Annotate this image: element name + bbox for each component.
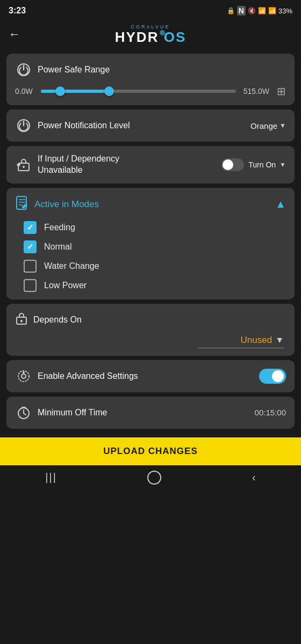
mode-water-change: Water Change (24, 260, 286, 273)
signal-icon: 📶 (268, 7, 276, 14)
dependency-toggle-wrap: Turn On ▼ (221, 158, 286, 171)
dependency-left: If Input / Dependency Unavailable (15, 153, 217, 176)
modes-title-text: Active in Modes (34, 199, 99, 210)
status-icons: 🔒 N 🔇 📶 📶 33% (227, 6, 292, 16)
normal-label: Normal (44, 242, 72, 252)
lock-status-icon: 🔒 (227, 7, 235, 14)
power-safe-range-title: Power Safe Range (38, 65, 110, 75)
advanced-settings-knob (272, 370, 284, 382)
dependency-toggle-label: Turn On (248, 160, 276, 169)
modes-chevron[interactable]: ▲ (275, 198, 286, 210)
minimum-off-time-value: 00:15:00 (255, 408, 286, 417)
power-notification-value: Orange (250, 121, 277, 130)
minimum-off-time-title: Minimum Off Time (38, 408, 108, 418)
slider-row[interactable]: 0.0W 515.0W ⊞ (15, 85, 286, 98)
dependency-toggle-knob (223, 159, 233, 170)
feeding-checkbox[interactable] (24, 221, 37, 234)
slider-max-label: 515.0W (241, 87, 269, 96)
status-time: 3:23 (9, 6, 26, 16)
wifi-icon: 📶 (258, 7, 266, 14)
water-change-label: Water Change (44, 261, 99, 271)
nav-recent-apps-icon[interactable]: ||| (45, 471, 57, 484)
app-name-accent: OS (159, 29, 186, 45)
power-notification-dropdown[interactable]: Orange ▼ (250, 121, 286, 130)
low-power-checkbox[interactable] (24, 279, 37, 292)
mode-normal: Normal (24, 240, 286, 253)
nav-bar: ||| ‹ (0, 465, 301, 493)
normal-checkbox[interactable] (24, 240, 37, 253)
depends-on-card: Depends On Unused ▼ (6, 304, 295, 356)
slider-min-label: 0.0W (15, 87, 35, 96)
mute-icon: 🔇 (248, 7, 256, 14)
power-icon (15, 61, 32, 78)
depends-on-select[interactable]: Unused ▼ (198, 335, 284, 348)
modes-icon (15, 195, 29, 214)
power-safe-range-card: Power Safe Range 0.0W 515.0W ⊞ (6, 54, 295, 105)
range-adjust-icon[interactable]: ⊞ (277, 85, 286, 98)
nfc-icon: N (237, 6, 246, 16)
dependency-row: If Input / Dependency Unavailable Turn O… (15, 153, 286, 176)
app-name: HYDR OS (115, 30, 186, 45)
power-notification-title: Power Notification Level (38, 121, 130, 130)
depends-lock-icon (15, 311, 28, 328)
mode-low-power: Low Power (24, 279, 286, 292)
slider-fill (41, 90, 109, 93)
upload-button[interactable]: UPLOAD CHANGES (0, 437, 301, 465)
svg-point-15 (22, 374, 26, 378)
dependency-title: If Input / Dependency Unavailable (38, 153, 134, 176)
active-modes-card: Active in Modes ▲ Feeding Normal Water C… (6, 188, 295, 299)
advanced-settings-icon (15, 368, 32, 385)
feeding-label: Feeding (44, 223, 75, 232)
status-bar: 3:23 🔒 N 🔇 📶 📶 33% (0, 0, 301, 19)
dependency-toggle[interactable] (221, 158, 244, 171)
dependency-arrow: ▼ (280, 161, 286, 169)
dependency-card: If Input / Dependency Unavailable Turn O… (6, 146, 295, 184)
advanced-settings-card: Enable Advanced Settings (6, 360, 295, 392)
depends-on-arrow: ▼ (275, 335, 284, 345)
dependency-icon (15, 156, 32, 173)
svg-line-20 (24, 413, 26, 415)
slider-thumb-right[interactable] (104, 86, 114, 96)
power-notification-card: Power Notification Level Orange ▼ (6, 109, 295, 142)
power-notification-arrow: ▼ (280, 122, 286, 129)
battery-level: 33% (278, 7, 292, 15)
water-change-checkbox[interactable] (24, 260, 37, 273)
main-content: Power Safe Range 0.0W 515.0W ⊞ (0, 49, 301, 433)
checkbox-list: Feeding Normal Water Change Low Power (15, 221, 286, 292)
mode-feeding: Feeding (24, 221, 286, 234)
depends-on-title: Depends On (33, 315, 82, 325)
low-power-label: Low Power (44, 281, 87, 290)
svg-point-5 (23, 166, 25, 168)
modes-title-group: Active in Modes (15, 195, 99, 214)
logo: CORALVUE HYDR OS (115, 24, 186, 45)
slider-track[interactable] (41, 90, 236, 93)
slider-thumb-left[interactable] (55, 86, 65, 96)
advanced-settings-toggle[interactable] (259, 369, 286, 384)
power-safe-range-header: Power Safe Range (15, 61, 286, 78)
back-button[interactable]: ← (9, 27, 20, 41)
advanced-settings-title: Enable Advanced Settings (38, 371, 138, 381)
power-notification-row: Power Notification Level Orange ▼ (15, 117, 286, 134)
upload-button-label: UPLOAD CHANGES (103, 446, 198, 456)
modes-header: Active in Modes ▲ (15, 195, 286, 214)
minimum-off-time-card: Minimum Off Time 00:15:00 (6, 397, 295, 429)
svg-point-17 (23, 371, 25, 374)
advanced-settings-row: Enable Advanced Settings (15, 368, 286, 385)
depends-on-header: Depends On (15, 311, 286, 328)
depends-on-value: Unused (241, 335, 273, 346)
power-notification-left: Power Notification Level (15, 117, 246, 134)
minimum-off-time-row: Minimum Off Time 00:15:00 (15, 404, 286, 421)
app-header: ← CORALVUE HYDR OS (0, 19, 301, 49)
minimum-off-time-icon (15, 404, 32, 421)
depends-on-dropdown-wrap: Unused ▼ (15, 335, 286, 348)
minimum-off-time-left: Minimum Off Time (15, 404, 255, 421)
nav-home-icon[interactable] (147, 471, 161, 485)
power-notification-icon (15, 117, 32, 134)
nav-back-icon[interactable]: ‹ (252, 471, 256, 484)
advanced-settings-left: Enable Advanced Settings (15, 368, 255, 385)
